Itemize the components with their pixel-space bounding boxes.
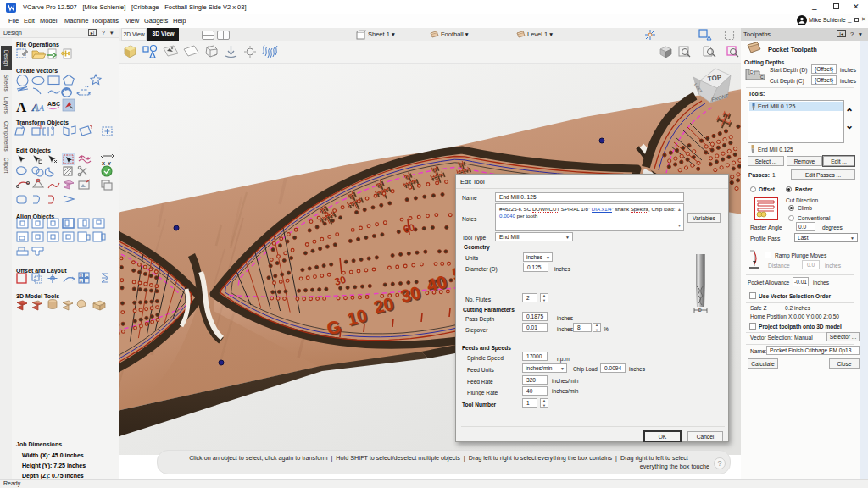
svg-text:A: A <box>80 280 82 284</box>
svg-text:B: B <box>80 274 82 278</box>
svg-text:A: A <box>38 103 45 113</box>
svg-text:C: C <box>760 75 764 80</box>
svg-text:ABC: ABC <box>47 101 60 107</box>
svg-text:X: X <box>102 161 105 166</box>
svg-text:A: A <box>31 102 39 114</box>
svg-text:Y: Y <box>108 161 111 166</box>
svg-text:D: D <box>698 308 702 313</box>
svg-text:A: A <box>16 99 27 115</box>
svg-text:D: D <box>750 69 754 75</box>
